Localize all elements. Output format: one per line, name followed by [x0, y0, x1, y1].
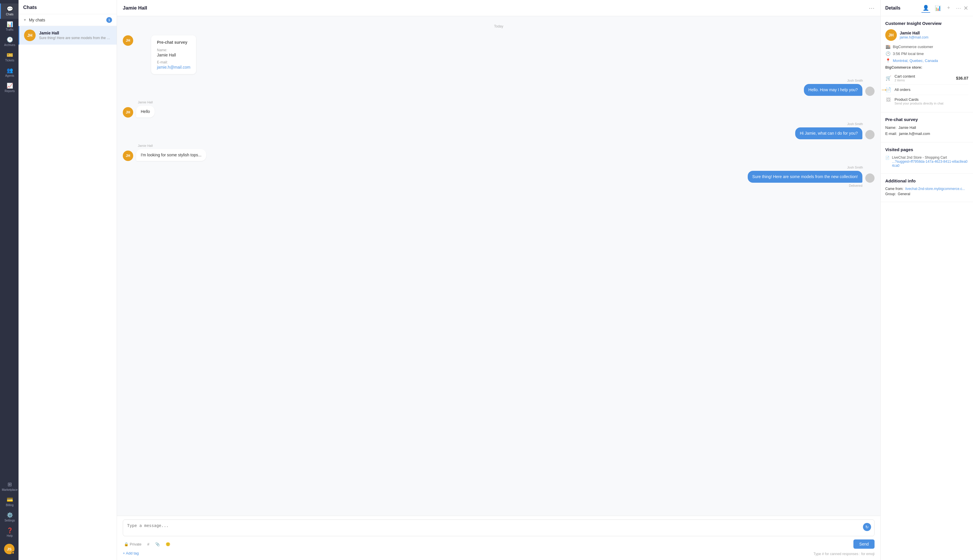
- cart-content-row[interactable]: 🛒 Cart content 2 items $36.07: [885, 72, 968, 85]
- message-group-1: Josh Smith Hello. How may I help you?: [123, 79, 875, 96]
- emoji-button[interactable]: 🙂: [165, 541, 172, 548]
- survey-email-value: jamie.h@mail.com: [899, 132, 930, 136]
- chart-tab-icon[interactable]: 📊: [934, 4, 942, 12]
- survey-email-field: E-mail: jamie.h@mail.com: [885, 132, 968, 136]
- platform-row: 🏬 BigCommerce customer: [885, 44, 968, 49]
- survey-name-field: Name: Jamie Hall: [885, 125, 968, 130]
- additional-info-title: Additional info: [885, 178, 968, 183]
- sidebar-item-tickets[interactable]: 🎫 Tickets: [0, 50, 18, 65]
- message-bubble-3: Hi Jamie, what can I do for you?: [795, 127, 862, 139]
- message-bubble-1: Hello. How may I help you?: [804, 84, 862, 96]
- send-button[interactable]: Send: [853, 540, 875, 549]
- prechat-card: Pre-chat survey Name: Jamie Hall E-mail:…: [151, 35, 196, 74]
- orders-icon: 📄: [885, 87, 891, 92]
- cart-icon: 🛒: [885, 75, 891, 81]
- customer-email: jamie.h@mail.com: [900, 35, 928, 39]
- private-mode-button[interactable]: 🔒 Private: [123, 541, 142, 548]
- visited-page-url[interactable]: ...?suggest=ff7958da-147a-4623-8411-e8ac…: [892, 160, 968, 168]
- all-orders-row[interactable]: 📄 All orders: [885, 85, 968, 95]
- visited-page-row: 📄 LiveChat 2nd Store - Shopping Cart ...…: [885, 155, 968, 168]
- my-chats-count: 1: [106, 17, 112, 23]
- sidebar-item-marketplace[interactable]: ⊞ Marketplace: [0, 479, 18, 494]
- sender-label-1: Josh Smith: [123, 79, 875, 82]
- panel-close-button[interactable]: ✕: [963, 5, 968, 12]
- attachment-button[interactable]: 📎: [154, 541, 161, 548]
- customer-avatar: JH: [885, 29, 897, 41]
- message-bubble-4: I'm looking for some stylish tops...: [136, 149, 206, 161]
- came-from-field: Came from: livechat-2nd-store.mybigcomme…: [885, 187, 968, 191]
- customer-name: Jamie Hall: [900, 31, 928, 35]
- visited-pages-section: Visited pages 📄 LiveChat 2nd Store - Sho…: [881, 142, 973, 174]
- chat-avatar: JH: [24, 30, 36, 41]
- canned-responses-button[interactable]: #: [146, 541, 150, 548]
- incoming-avatar-2: JH: [123, 107, 133, 118]
- sender-label-3: Josh Smith: [123, 122, 875, 126]
- main-chat-area: Jamie Hall ⋯ Today JH Pre-chat survey Na…: [117, 0, 880, 560]
- group-value: General: [898, 192, 910, 196]
- message-bubble-5: Sure thing! Here are some models from th…: [748, 171, 862, 183]
- sidebar-item-help[interactable]: ❓ Help: [0, 525, 18, 540]
- chat-list-header: Chats: [18, 0, 117, 14]
- bubble-row-5: Sure thing! Here are some models from th…: [123, 171, 875, 183]
- panel-prechat-title: Pre-chat survey: [885, 117, 968, 122]
- message-group-3: Josh Smith Hi Jamie, what can I do for y…: [123, 122, 875, 139]
- orders-label: All orders: [895, 87, 968, 92]
- message-input[interactable]: [123, 520, 875, 536]
- customer-row: JH Jamie Hall jamie.h@mail.com: [885, 29, 968, 41]
- paperclip-icon: 📎: [155, 542, 160, 547]
- input-toolbar: 🔒 Private # 📎 🙂 Send: [123, 540, 875, 549]
- hash-icon: #: [147, 542, 149, 547]
- user-avatar-nav[interactable]: JS: [4, 544, 15, 554]
- visited-page-info: LiveChat 2nd Store - Shopping Cart ...?s…: [892, 155, 968, 168]
- user-tab-icon[interactable]: 👤: [921, 3, 930, 13]
- came-from-value: livechat-2nd-store.mybigcommerce.c...: [905, 187, 965, 191]
- panel-more-icon[interactable]: ⋯: [956, 5, 961, 11]
- ai-assist-button[interactable]: ↻: [863, 523, 871, 531]
- input-wrapper: ↻: [123, 520, 875, 537]
- add-tag-button[interactable]: + Add tag: [123, 550, 139, 557]
- sidebar-item-reports[interactable]: 📈 Reports: [0, 80, 18, 95]
- agent-avatar-1: [865, 87, 875, 96]
- prechat-survey-message: JH Pre-chat survey Name: Jamie Hall E-ma…: [123, 35, 875, 74]
- sender-label-5: Josh Smith: [123, 166, 875, 169]
- prechat-card-title: Pre-chat survey: [157, 40, 190, 45]
- location-link[interactable]: Montréal, Quebec, Canada: [893, 58, 938, 63]
- lock-icon: 🔒: [124, 542, 128, 547]
- chat-name: Jamie Hall: [39, 31, 112, 35]
- page-icon: 📄: [885, 156, 890, 160]
- agents-icon: 👥: [7, 68, 13, 73]
- message-bubble-2: Hello: [136, 106, 155, 118]
- product-cards-info: Product Cards Send your products directl…: [895, 97, 968, 105]
- sidebar-item-settings[interactable]: ⚙️ Settings: [0, 510, 18, 525]
- message-group-5: Josh Smith Sure thing! Here are some mod…: [123, 166, 875, 187]
- sidebar-item-agents[interactable]: 👥 Agents: [0, 65, 18, 80]
- sidebar-item-chats[interactable]: 💬 Chats: [0, 3, 18, 19]
- orders-section: → 📄 All orders: [885, 85, 968, 95]
- marketplace-icon: ⊞: [8, 482, 12, 487]
- sidebar-item-traffic[interactable]: 📊 Traffic: [0, 19, 18, 34]
- emoji-icon: 🙂: [166, 542, 170, 547]
- prechat-email-link[interactable]: jamie.h@mail.com: [157, 65, 190, 70]
- message-group-4: Jamie Hall JH I'm looking for some styli…: [123, 144, 875, 161]
- message-group-2: Jamie Hall JH Hello: [123, 100, 875, 118]
- panel-prechat-survey: Pre-chat survey Name: Jamie Hall E-mail:…: [881, 112, 973, 142]
- chat-header-actions[interactable]: ⋯: [869, 5, 875, 12]
- visited-pages-title: Visited pages: [885, 147, 968, 152]
- chat-preview: Sure thing! Here are some models from th…: [39, 36, 112, 40]
- customer-insight-title: Customer Insight Overview: [885, 21, 968, 26]
- my-chats-section[interactable]: ▼ My chats 1: [18, 14, 117, 26]
- chats-icon: 💬: [7, 7, 13, 12]
- product-cards-sub: Send your products directly in chat: [895, 102, 968, 105]
- sidebar-item-billing[interactable]: 💳 Billing: [0, 494, 18, 510]
- notification-badge: [12, 551, 15, 554]
- product-cards-row[interactable]: 🖼 Product Cards Send your products direc…: [885, 95, 968, 107]
- more-options-icon[interactable]: ⋯: [869, 5, 875, 12]
- chat-list-item[interactable]: JH Jamie Hall Sure thing! Here are some …: [18, 26, 117, 45]
- location-row: 📍 Montréal, Quebec, Canada: [885, 58, 968, 63]
- cart-price: $36.07: [956, 76, 968, 80]
- my-chats-label-group: ▼ My chats: [23, 18, 45, 22]
- group-field: Group: General: [885, 192, 968, 196]
- sidebar-item-archives[interactable]: 🕐 Archives: [0, 34, 18, 50]
- add-tab-icon[interactable]: +: [946, 4, 951, 12]
- panel-tabs: 👤 📊 +: [921, 3, 951, 13]
